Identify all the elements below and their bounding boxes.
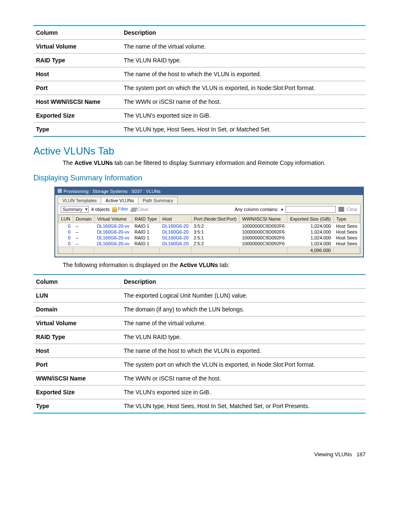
column-desc: The name of the host to which the VLUN i… <box>121 344 366 358</box>
any-column-label: Any column contains: <box>235 207 279 212</box>
cell-wwn: 10000000C9D092F6 <box>239 229 287 235</box>
column-chevron-icon[interactable]: ▾ <box>281 207 283 212</box>
cell-host[interactable]: DL160G6-20 <box>160 223 191 229</box>
column-name: Domain <box>33 303 121 316</box>
cell-type: Host Sees <box>333 229 360 235</box>
cell-wwn: 10000000C9D092F6 <box>239 241 287 247</box>
column-name: Virtual Volume <box>33 40 121 54</box>
titlebar-icon <box>58 189 62 193</box>
column-desc: The name of the virtual volume. <box>121 316 366 330</box>
cell-domain: -- <box>73 229 95 235</box>
cell-lun[interactable]: 0 <box>59 241 73 247</box>
column-desc: The VLUN RAID type. <box>121 54 366 67</box>
tab-active-vluns[interactable]: Active VLUNs <box>101 197 138 204</box>
text: tab: <box>218 262 229 268</box>
grid-column-header[interactable]: Host <box>160 215 191 223</box>
cell-virtual-volume[interactable]: DL160G6-20-vv <box>95 229 132 235</box>
table-row: LUNThe exported Logical Unit Number (LUN… <box>33 289 366 303</box>
cell-virtual-volume[interactable]: DL160G6-20-vv <box>95 241 132 247</box>
view-dropdown[interactable]: Summary <box>61 206 89 213</box>
column-desc: The WWN or iSCSI name of the host. <box>121 95 366 109</box>
following-info-text: The following information is displayed o… <box>63 262 366 268</box>
table-row: TypeThe VLUN type, Host Sees, Host In Se… <box>33 123 366 137</box>
grid-footer-cell <box>160 247 191 254</box>
eraser-icon <box>130 208 138 212</box>
cell-host[interactable]: DL160G6-20 <box>160 229 191 235</box>
cell-port: 2:5:1 <box>191 235 239 241</box>
grid-column-header[interactable]: RAID Type <box>132 215 160 223</box>
cell-raid-type: RAID 1 <box>132 223 160 229</box>
table-row: RAID TypeThe VLUN RAID type. <box>33 54 366 67</box>
column-name: Host WWN/iSCSI Name <box>33 95 121 109</box>
cell-host[interactable]: DL160G6-20 <box>160 241 191 247</box>
column-name: Type <box>33 399 121 414</box>
cell-type: Host Sees <box>333 241 360 247</box>
tab-vlun-templates[interactable]: VLUN Templates <box>58 197 101 204</box>
column-name: Host <box>33 67 121 81</box>
column-desc: The VLUN's exported size in GiB. <box>121 109 366 123</box>
column-name: LUN <box>33 289 121 303</box>
text: The following information is displayed o… <box>63 262 179 268</box>
cell-virtual-volume[interactable]: DL160G6-20-vv <box>95 223 132 229</box>
page-footer: Viewing VLUNs 187 <box>33 451 366 457</box>
cell-type: Host Sees <box>333 235 360 241</box>
tab-strip: VLUN TemplatesActive VLUNsPath Summary <box>55 195 363 204</box>
grid-footer-cell <box>73 247 95 254</box>
cell-lun[interactable]: 0 <box>59 235 73 241</box>
cell-exported-size: 1,024.000 <box>287 223 334 229</box>
table-row: PortThe system port on which the VLUN is… <box>33 81 366 95</box>
table-row: RAID TypeThe VLUN RAID type. <box>33 330 366 344</box>
clear-search-button[interactable]: Clear <box>347 207 358 212</box>
grid-column-header[interactable]: Port (Node:Slot:Port) <box>191 215 239 223</box>
grid-row[interactable]: 0--DL160G6-20-vvRAID 1DL160G6-203:5:1100… <box>59 229 360 235</box>
grid-row[interactable]: 0--DL160G6-20-vvRAID 1DL160G6-202:5:2100… <box>59 241 360 247</box>
column-desc: The VLUN type, Host Sees, Host In Set, M… <box>121 399 366 414</box>
column-name: Exported Size <box>33 109 121 123</box>
cell-exported-size: 1,024.000 <box>287 235 334 241</box>
cell-lun[interactable]: 0 <box>59 223 73 229</box>
column-desc: The system port on which the VLUN is exp… <box>121 358 366 372</box>
cell-port: 3:5:2 <box>191 223 239 229</box>
filter-button[interactable]: Filter <box>112 206 128 212</box>
cell-host[interactable]: DL160G6-20 <box>160 235 191 241</box>
cell-virtual-volume[interactable]: DL160G6-20-vv <box>95 235 132 241</box>
grid-column-header[interactable]: Virtual Volume <box>95 215 132 223</box>
clear-filter-button[interactable]: Clear <box>131 207 148 212</box>
cell-raid-type: RAID 1 <box>132 235 160 241</box>
table-row: Exported SizeThe VLUN's exported size in… <box>33 386 366 399</box>
grid-footer-cell <box>333 247 360 254</box>
cell-domain: -- <box>73 235 95 241</box>
column-desc: The exported Logical Unit Number (LUN) v… <box>121 289 366 303</box>
table-row: DomainThe domain (if any) to which the L… <box>33 303 366 316</box>
column-desc: The WWN or iSCSI name of the host. <box>121 372 366 386</box>
column-desc: The VLUN RAID type. <box>121 330 366 344</box>
column-desc: The VLUN type, Host Sees, Host In Set, o… <box>121 123 366 137</box>
table-row: PortThe system port on which the VLUN is… <box>33 358 366 372</box>
table-row: HostThe name of the host to which the VL… <box>33 344 366 358</box>
grid-row[interactable]: 0--DL160G6-20-vvRAID 1DL160G6-203:5:2100… <box>59 223 360 229</box>
cell-wwn: 10000000C9D092F6 <box>239 235 287 241</box>
grid-column-header[interactable]: Exported Size (GiB) <box>287 215 334 223</box>
column-desc: The name of the host to which the VLUN i… <box>121 67 366 81</box>
cell-raid-type: RAID 1 <box>132 229 160 235</box>
cell-exported-size: 1,024.000 <box>287 241 334 247</box>
grid-column-header[interactable]: WWN/iSCSI Name <box>239 215 287 223</box>
col-header-description: Description <box>121 275 366 289</box>
column-name: Virtual Volume <box>33 316 121 330</box>
col-header-column: Column <box>33 275 121 289</box>
table-row: Virtual VolumeThe name of the virtual vo… <box>33 40 366 54</box>
print-icon[interactable] <box>338 207 344 212</box>
cell-domain: -- <box>73 241 95 247</box>
grid-column-header[interactable]: LUN <box>59 215 73 223</box>
grid-footer-cell <box>239 247 287 254</box>
text: The <box>63 159 74 166</box>
grid-row[interactable]: 0--DL160G6-20-vvRAID 1DL160G6-202:5:1100… <box>59 235 360 241</box>
table-row: Exported SizeThe VLUN's exported size in… <box>33 109 366 123</box>
table-row: Host WWN/iSCSI NameThe WWN or iSCSI name… <box>33 95 366 109</box>
cell-lun[interactable]: 0 <box>59 229 73 235</box>
column-desc: The system port on which the VLUN is exp… <box>121 81 366 95</box>
grid-column-header[interactable]: Type <box>333 215 360 223</box>
search-input[interactable] <box>286 206 336 213</box>
tab-path-summary[interactable]: Path Summary <box>138 197 178 204</box>
grid-column-header[interactable]: Domain <box>73 215 95 223</box>
